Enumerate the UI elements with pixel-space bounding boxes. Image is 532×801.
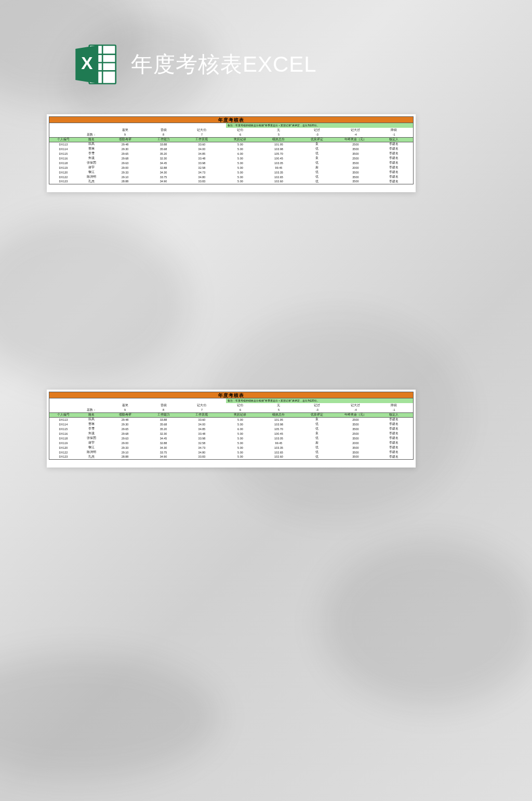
column-header: 绩效总分 xyxy=(259,137,298,142)
category-label: 晋级 xyxy=(144,128,183,132)
category-label: 记过 xyxy=(298,128,336,132)
cell-total: 103.35 xyxy=(259,445,298,450)
cell-ability: 32.88 xyxy=(144,165,183,170)
cell-total: 103.98 xyxy=(259,146,298,151)
column-header: 绩效总分 xyxy=(259,412,298,417)
column-header: 个人编号 xyxy=(49,137,78,142)
cell-id: DX114 xyxy=(49,146,78,151)
base-value: -4 xyxy=(336,408,375,412)
table-row: DX123孔杰28.8834.9033.835.00102.60优3500李建名 xyxy=(49,179,414,184)
table-row: DX118张保国29.6334.4533.985.00103.05优3500李建… xyxy=(49,161,414,165)
cell-attend: 29.68 xyxy=(106,431,144,436)
cell-attend: 28.88 xyxy=(106,455,144,459)
cell-rating: 差 xyxy=(298,440,336,445)
cell-rating: 优 xyxy=(298,146,336,151)
cell-ability: 35.68 xyxy=(144,422,183,426)
category-label: 记大过 xyxy=(336,128,375,132)
cell-reward: 5.00 xyxy=(221,455,259,459)
cell-name: 韩风 xyxy=(77,142,106,146)
base-value: -3 xyxy=(298,132,336,137)
base-value: 6 xyxy=(221,408,259,412)
cell-id: DX113 xyxy=(49,142,78,146)
cell-perf: 33.98 xyxy=(183,161,221,165)
cell-ability: 35.20 xyxy=(144,426,183,431)
cell-ability: 34.90 xyxy=(144,179,183,184)
cell-bonus: 3500 xyxy=(336,455,375,459)
page-title: 年度考核表EXCEL xyxy=(131,50,317,79)
category-label: 嘉奖 xyxy=(106,403,144,408)
cell-id: DX118 xyxy=(49,436,78,440)
cell-reward: 5.00 xyxy=(221,179,259,184)
cell-attend: 29.48 xyxy=(106,142,144,146)
page-header: X 年度考核表EXCEL xyxy=(73,42,317,87)
cell-ability: 33.88 xyxy=(144,142,183,146)
cell-rating: 差 xyxy=(298,165,336,170)
cell-bonus: 3500 xyxy=(336,422,375,426)
cell-attend: 29.30 xyxy=(106,146,144,151)
cell-id: DX118 xyxy=(49,161,78,165)
cell-perf: 33.48 xyxy=(183,431,221,436)
cell-id: DX122 xyxy=(49,175,78,179)
cell-total: 102.65 xyxy=(259,450,298,455)
cell-bonus: 3500 xyxy=(336,445,375,450)
cell-ability: 33.75 xyxy=(144,450,183,455)
cell-name: 黎江 xyxy=(77,170,106,175)
cell-ability: 35.20 xyxy=(144,151,183,156)
table-row: DX120黎江29.3334.3034.735.00103.35优3500李建名 xyxy=(49,445,414,450)
cell-perf: 33.83 xyxy=(183,179,221,184)
cell-id: DX115 xyxy=(49,151,78,156)
base-label: 基数： xyxy=(77,408,106,412)
cell-total: 103.05 xyxy=(259,436,298,440)
cell-attend: 29.00 xyxy=(106,440,144,445)
cell-approver: 李建名 xyxy=(375,142,413,146)
column-header: 奖惩记录 xyxy=(221,137,259,142)
cell-bonus: 2000 xyxy=(336,165,375,170)
cell-reward: 6.00 xyxy=(221,426,259,431)
category-label: 嘉奖 xyxy=(106,128,144,132)
cell-attend: 29.33 xyxy=(106,445,144,450)
table-row: DX113韩风29.4833.8833.605.00101.95良2500李建名 xyxy=(49,417,414,422)
cell-approver: 李建名 xyxy=(375,445,413,450)
cell-name: 韩风 xyxy=(77,417,106,422)
cell-id: DX123 xyxy=(49,179,78,184)
cell-approver: 李建名 xyxy=(375,426,413,431)
column-header: 核定人 xyxy=(375,137,413,142)
base-value: 8 xyxy=(144,132,183,137)
cell-total: 100.45 xyxy=(259,156,298,161)
preview-card-2: 年度考核表备注：年度考核的绩效总分根据"各季度总分＋奖惩记录"来评定，总分为12… xyxy=(47,390,416,468)
category-label-row: 嘉奖晋级记大功记功无记过记大过降级 xyxy=(49,403,414,408)
excel-icon: X xyxy=(73,42,118,87)
cell-perf: 34.73 xyxy=(183,445,221,450)
cell-reward: 5.00 xyxy=(221,175,259,179)
cell-rating: 良 xyxy=(298,417,336,422)
cell-rating: 优 xyxy=(298,179,336,184)
base-value: -1 xyxy=(375,408,413,412)
note-text: 备注：年度考核的绩效总分根据"各季度总分＋奖惩记录"来评定，总分为120分。 xyxy=(226,123,413,128)
cell-reward: 6.00 xyxy=(221,151,259,156)
table-row: DX116朱珑29.6832.3033.485.00100.45良2500李建名 xyxy=(49,431,414,436)
column-header: 优良评定 xyxy=(298,137,336,142)
cell-reward: 5.00 xyxy=(221,445,259,450)
cell-approver: 李建名 xyxy=(375,175,413,179)
category-label: 无 xyxy=(259,403,298,408)
cell-perf: 33.60 xyxy=(183,142,221,146)
table-row: DX119谢宇29.0032.8832.585.0099.45差2000李建名 xyxy=(49,165,414,170)
cell-id: DX115 xyxy=(49,426,78,431)
cell-perf: 34.85 xyxy=(183,151,221,156)
cell-reward: 5.00 xyxy=(221,165,259,170)
cell-rating: 优 xyxy=(298,170,336,175)
sheet-title-bar: 年度考核表 xyxy=(49,392,414,398)
cell-approver: 李建名 xyxy=(375,156,413,161)
cell-attend: 29.63 xyxy=(106,436,144,440)
cell-perf: 34.73 xyxy=(183,170,221,175)
table-row: DX115李雪29.6535.2034.856.00105.70优3500李建名 xyxy=(49,151,414,156)
column-header: 假勤考评 xyxy=(106,412,144,417)
category-label: 记大过 xyxy=(336,403,375,408)
base-value: -1 xyxy=(375,132,413,137)
cell-ability: 34.45 xyxy=(144,161,183,165)
cell-reward: 5.00 xyxy=(221,417,259,422)
cell-total: 101.95 xyxy=(259,417,298,422)
category-label: 无 xyxy=(259,128,298,132)
category-label: 记功 xyxy=(221,403,259,408)
cell-rating: 优 xyxy=(298,175,336,179)
